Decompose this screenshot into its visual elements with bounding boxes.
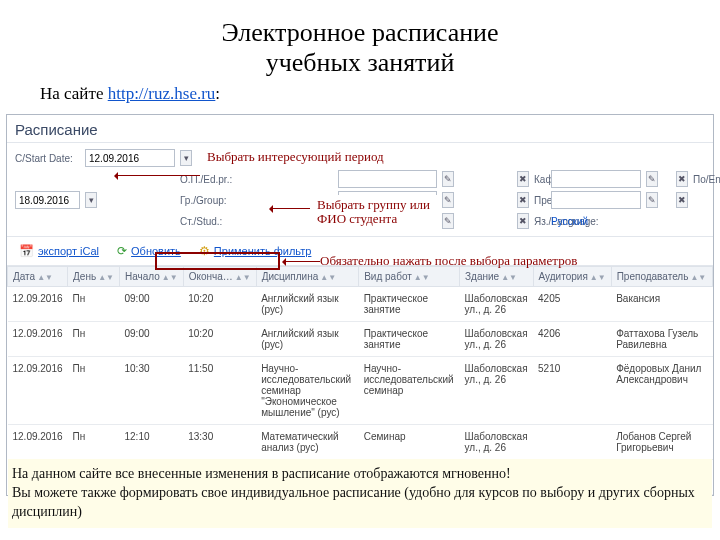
col-date[interactable]: Дата▲▼ <box>8 267 68 287</box>
refresh-button[interactable]: ⟳Обновить <box>113 242 185 260</box>
start-date-label: С/Start Date: <box>15 153 80 164</box>
group-input[interactable] <box>338 191 437 209</box>
stud-label: Ст./Stud.: <box>180 216 333 227</box>
cell-lect: Вакансия <box>611 287 712 322</box>
cell-room: 4205 <box>533 287 611 322</box>
table-row: 12.09.2016Пн10:3011:50Научно-исследовате… <box>8 357 713 425</box>
ruz-url-link[interactable]: http://ruz.hse.ru <box>108 84 216 103</box>
cell-date: 12.09.2016 <box>8 425 68 460</box>
col-end[interactable]: Оконча…▲▼ <box>183 267 256 287</box>
pick-group-icon[interactable]: ✎ <box>442 192 454 208</box>
url-line: На сайте http://ruz.hse.ru: <box>0 84 720 114</box>
cell-start: 10:30 <box>119 357 183 425</box>
cell-disc: Научно-исследовательский семинар "Эконом… <box>256 357 359 425</box>
cell-date: 12.09.2016 <box>8 322 68 357</box>
clear-stud-icon[interactable]: ✖ <box>517 213 529 229</box>
cell-day: Пн <box>68 287 120 322</box>
lang-label: Яз./Language: <box>534 216 546 227</box>
group-label: Гр./Group: <box>180 195 333 206</box>
footer-note: На данном сайте все внесенные изменения … <box>8 459 712 528</box>
arrow-period <box>115 175 200 176</box>
stud-input[interactable] <box>338 212 437 230</box>
col-disc[interactable]: Дисциплина▲▼ <box>256 267 359 287</box>
kaf-label: Каф./Dep-t: <box>534 174 546 185</box>
table-row: 12.09.2016Пн09:0010:20Английский язык (р… <box>8 287 713 322</box>
cell-date: 12.09.2016 <box>8 357 68 425</box>
export-ical-button[interactable]: 📅экспорт iCal <box>15 242 103 260</box>
cell-room: 5210 <box>533 357 611 425</box>
cell-room <box>533 425 611 460</box>
col-lect[interactable]: Преподаватель▲▼ <box>611 267 712 287</box>
pick-lect-icon[interactable]: ✎ <box>646 192 658 208</box>
toolbar: 📅экспорт iCal ⟳Обновить ⚙Применить фильт… <box>7 236 713 266</box>
cell-bld: Шаболовская ул., д. 26 <box>460 287 534 322</box>
cell-end: 11:50 <box>183 357 256 425</box>
cell-type: Научно-исследовательский семинар <box>359 357 460 425</box>
lect-label: Преп./Lecturer: <box>534 195 546 206</box>
cell-date: 12.09.2016 <box>8 287 68 322</box>
kaf-input[interactable] <box>551 170 641 188</box>
clear-kaf-icon[interactable]: ✖ <box>676 171 688 187</box>
cell-end: 10:20 <box>183 322 256 357</box>
pick-op-icon[interactable]: ✎ <box>442 171 454 187</box>
col-start[interactable]: Начало▲▼ <box>119 267 183 287</box>
arrow-apply <box>283 261 320 262</box>
clear-group-icon[interactable]: ✖ <box>517 192 529 208</box>
panel-title: Расписание <box>7 115 713 143</box>
filter-grid: С/Start Date: ▾ О.П./Ed.pr.: ✎ ✖ Каф./De… <box>7 143 713 236</box>
cell-start: 12:10 <box>119 425 183 460</box>
clear-op-icon[interactable]: ✖ <box>517 171 529 187</box>
col-type[interactable]: Вид работ▲▼ <box>359 267 460 287</box>
cell-lect: Фёдоровых Данил Александрович <box>611 357 712 425</box>
arrow-group <box>270 208 310 209</box>
cell-day: Пн <box>68 425 120 460</box>
cell-bld: Шаболовская ул., д. 26 <box>460 322 534 357</box>
cell-day: Пн <box>68 322 120 357</box>
cell-type: Практическое занятие <box>359 287 460 322</box>
slide-title: Электронное расписание учебных занятий <box>0 0 720 84</box>
cell-lect: Фаттахова Гузель Равилевна <box>611 322 712 357</box>
col-bld[interactable]: Здание▲▼ <box>460 267 534 287</box>
pick-stud-icon[interactable]: ✎ <box>442 213 454 229</box>
table-row: 12.09.2016Пн12:1013:30Математический ана… <box>8 425 713 460</box>
cell-disc: Английский язык (рус) <box>256 287 359 322</box>
cell-end: 13:30 <box>183 425 256 460</box>
start-date-input[interactable] <box>85 149 175 167</box>
cell-disc: Английский язык (рус) <box>256 322 359 357</box>
clear-lect-icon[interactable]: ✖ <box>676 192 688 208</box>
cell-start: 09:00 <box>119 287 183 322</box>
end-date-input[interactable] <box>15 191 80 209</box>
table-row: 12.09.2016Пн09:0010:20Английский язык (р… <box>8 322 713 357</box>
refresh-icon: ⟳ <box>117 244 127 258</box>
cell-room: 4206 <box>533 322 611 357</box>
cell-bld: Шаболовская ул., д. 26 <box>460 425 534 460</box>
cell-start: 09:00 <box>119 322 183 357</box>
col-day[interactable]: День▲▼ <box>68 267 120 287</box>
apply-filter-button[interactable]: ⚙Применить фильтр <box>195 242 316 260</box>
table-header-row: Дата▲▼ День▲▼ Начало▲▼ Оконча…▲▼ Дисципл… <box>8 267 713 287</box>
calendar-icon-2[interactable]: ▾ <box>85 192 97 208</box>
pick-kaf-icon[interactable]: ✎ <box>646 171 658 187</box>
cell-end: 10:20 <box>183 287 256 322</box>
filter-icon: ⚙ <box>199 244 210 258</box>
op-label: О.П./Ed.pr.: <box>180 174 333 185</box>
calendar-export-icon: 📅 <box>19 244 34 258</box>
cell-type: Практическое занятие <box>359 322 460 357</box>
lang-value[interactable]: Русский <box>551 216 641 227</box>
calendar-icon[interactable]: ▾ <box>180 150 192 166</box>
op-input[interactable] <box>338 170 437 188</box>
cell-disc: Математический анализ (рус) <box>256 425 359 460</box>
cell-lect: Лобанов Сергей Григорьевич <box>611 425 712 460</box>
lect-input[interactable] <box>551 191 641 209</box>
col-room[interactable]: Аудитория▲▼ <box>533 267 611 287</box>
cell-type: Семинар <box>359 425 460 460</box>
cell-day: Пн <box>68 357 120 425</box>
cell-bld: Шаболовская ул., д. 26 <box>460 357 534 425</box>
end-date-label: По/End Date: <box>693 174 705 185</box>
